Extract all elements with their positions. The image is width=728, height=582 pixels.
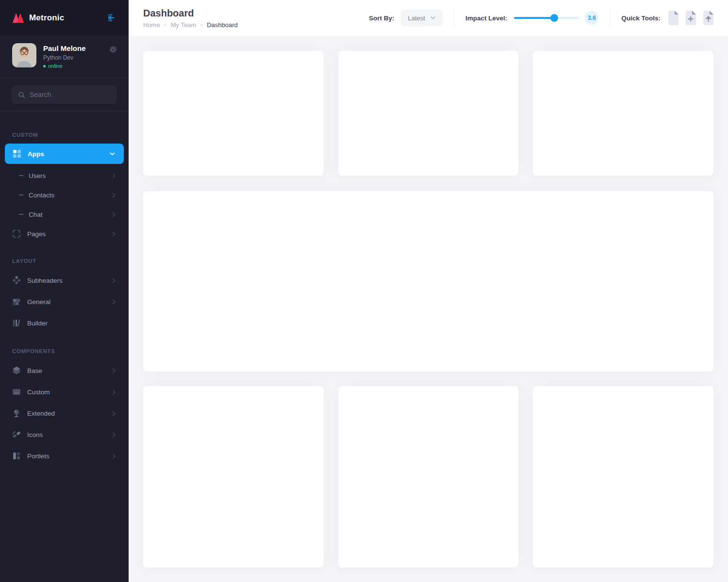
diamonds-icon [12,276,21,285]
sidebar-item-contacts[interactable]: Contacts [0,185,129,205]
sidebar-item-general[interactable]: General [0,291,129,312]
online-dot-icon [43,65,46,67]
header-toolbar: Sort By: Latest Impact Level: 3.6 Quick … [369,9,714,27]
sidebar-item-builder[interactable]: Builder [0,312,129,334]
new-file-button[interactable] [667,11,679,25]
add-file-button[interactable] [685,11,697,25]
apps-grid-icon [13,149,21,158]
frame-corners-icon [12,229,21,238]
sort-by-label: Sort By: [369,15,395,22]
breadcrumb-separator: - [165,21,166,28]
sidebar-item-apps[interactable]: Apps [5,144,124,164]
breadcrumb-separator: - [200,21,202,28]
chevron-down-icon [430,16,435,19]
chevron-right-icon [112,278,116,283]
section-label-layout: LAYOUT [12,258,129,264]
sidebar-item-extended[interactable]: Extended [0,403,129,424]
main-content [129,36,728,582]
sidebar-item-label: General [27,298,50,306]
sidebar-item-custom[interactable]: Custom [0,381,129,403]
image-icon [12,388,21,396]
gear-icon [109,46,117,53]
cards-row-top [143,51,713,176]
impact-slider-handle[interactable] [550,14,558,22]
chevron-right-icon [112,368,116,373]
sidebar-item-users[interactable]: Users [0,166,129,185]
sidebar-item-label: Users [29,172,46,179]
file-upload-icon [702,11,714,25]
file-icon [667,11,679,25]
card-empty-4 [143,386,324,567]
cube-icon [12,366,21,375]
breadcrumb-current: Dashboard [207,21,238,29]
breadcrumb: Home - My Team - Dashboard [143,21,238,29]
sort-by-select[interactable]: Latest [401,10,443,26]
sidebar-item-label: Apps [28,150,44,158]
sidebar-item-label: Extended [27,410,55,417]
sidebar-item-label: Base [27,367,42,374]
sidebar-item-label: Contacts [29,192,54,199]
dash-bullet-icon [19,194,23,195]
sidebar-item-subheaders[interactable]: Subheaders [0,270,129,291]
sidebar-item-label: Subheaders [27,277,63,284]
profile-name: Paul Melone [43,44,86,52]
sidebar: Metronic [0,0,129,582]
sidebar-nav: CUSTOM Apps Users [0,112,129,467]
quick-tools [667,11,714,25]
layout-blocks-icon [12,452,21,460]
dash-bullet-icon [19,175,23,176]
profile-meta: Paul Melone Python Dev online [43,43,86,69]
chevron-right-icon [112,193,116,198]
toggles-icon [12,297,21,306]
bars-icon [12,319,21,327]
sidebar-item-label: Custom [27,388,50,396]
topbar: Dashboard Home - My Team - Dashboard Sor… [129,0,728,36]
profile-role: Python Dev [43,54,86,61]
chevron-right-icon [112,411,116,416]
globe-stand-icon [12,409,21,418]
impact-slider[interactable] [514,17,579,19]
collapse-arrow-icon [106,13,116,23]
sidebar-item-icons[interactable]: Icons [0,424,129,445]
chevron-right-icon [112,212,116,217]
brand-bar: Metronic [0,0,129,35]
breadcrumb-home[interactable]: Home [143,21,160,29]
breadcrumb-my-team[interactable]: My Team [171,21,197,29]
sidebar-item-label: Builder [27,320,48,327]
search-icon [18,91,25,98]
sidebar-item-base[interactable]: Base [0,360,129,381]
sidebar-item-portlets[interactable]: Portlets [0,445,129,467]
search-input[interactable] [30,91,117,98]
section-label-custom: CUSTOM [12,132,129,138]
sidebar-item-pages[interactable]: Pages [0,224,129,243]
sidebar-item-label: Icons [27,431,43,438]
status-text: online [48,63,62,69]
search-box [12,85,117,104]
sidebar-item-label: Portlets [27,453,50,460]
user-profile: Paul Melone Python Dev online [0,35,129,78]
profile-settings-button[interactable] [109,45,117,54]
avatar[interactable] [12,43,36,67]
sidebar-collapse-button[interactable] [106,13,116,23]
chevron-right-icon [112,299,116,305]
broken-link-icon [12,430,21,439]
card-empty-3 [533,51,713,176]
impact-level-label: Impact Level: [465,15,507,22]
page-head: Dashboard Home - My Team - Dashboard [143,8,238,29]
sidebar-item-chat[interactable]: Chat [0,205,129,224]
sidebar-item-label: Chat [29,211,43,218]
profile-status: online [43,63,86,69]
file-plus-icon [685,11,697,25]
divider [610,9,610,27]
sort-by-value: Latest [408,15,425,22]
card-empty-2 [338,51,519,176]
card-empty-wide [143,191,713,372]
card-empty-5 [338,386,519,567]
quick-tools-label: Quick Tools: [621,15,661,22]
upload-file-button[interactable] [702,11,714,25]
card-empty-6 [533,386,713,567]
metronic-logo-icon [12,12,24,23]
divider [454,9,454,27]
chevron-right-icon [112,173,116,178]
impact-slider-fill [514,17,554,19]
